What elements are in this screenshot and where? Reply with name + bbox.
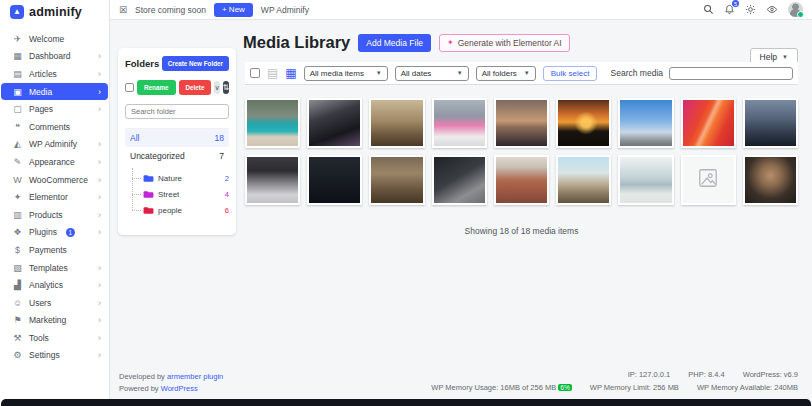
sky-city-photo[interactable] (618, 98, 673, 148)
sidebar-item-plugins[interactable]: ❖Plugins1› (1, 224, 108, 242)
folder-item-all[interactable]: All 18 (125, 129, 229, 147)
add-media-file-button[interactable]: Add Media File (358, 34, 431, 52)
sidebar-item-analytics[interactable]: ▟Analytics› (1, 276, 108, 294)
sidebar-item-comments[interactable]: ❝Comments (1, 118, 108, 136)
generate-ai-label: Generate with Elementor AI (458, 38, 562, 48)
portrait-photo[interactable] (743, 155, 798, 205)
preview-eye-icon[interactable] (766, 4, 778, 15)
sidebar-item-dashboard[interactable]: ▦Dashboard› (1, 48, 108, 66)
rooftops-aerial-photo[interactable] (494, 155, 549, 205)
pale-mountain-photo[interactable] (618, 155, 673, 205)
sidebar-item-wp-adminify[interactable]: ◭WP Adminify› (1, 136, 108, 154)
pink-jacket-photo[interactable] (432, 98, 487, 148)
chevron-right-icon: › (98, 280, 101, 290)
adminify-logo[interactable]: ▲ adminify (0, 0, 109, 24)
rename-button[interactable]: Rename (137, 80, 176, 95)
store-status-link[interactable]: Store coming soon (135, 5, 206, 15)
footer-system-stats: IP: 127.0.0.1 PHP: 8.4.4 WordPress: v6.9… (415, 369, 798, 395)
sidebar-item-marketing[interactable]: ⚑Marketing› (1, 312, 108, 330)
dark-mode-toggle-icon[interactable] (745, 4, 756, 15)
folder-item-nature[interactable]: Nature2 (143, 170, 229, 186)
sidebar-item-products[interactable]: ▥Products› (1, 206, 108, 224)
sidebar-item-label: Tools (29, 333, 49, 343)
sidebar-item-templates[interactable]: ▧Templates› (1, 259, 108, 277)
sidebar-item-payments[interactable]: $Payments (1, 241, 108, 259)
sidebar-item-articles[interactable]: ▤Articles› (1, 65, 108, 83)
new-button[interactable]: + New (214, 3, 253, 17)
showing-count-text: Showing 18 of 18 media items (245, 226, 798, 236)
chevron-right-icon: › (98, 315, 101, 325)
search-folder-input[interactable] (125, 104, 229, 119)
brand-name: adminify (29, 5, 82, 19)
folder-expand-button[interactable]: ∨ (214, 81, 219, 94)
select-all-checkbox[interactable] (250, 68, 260, 78)
sidebar-item-label: Comments (29, 122, 70, 132)
sidebar-item-tools[interactable]: ⚒Tools› (1, 329, 108, 347)
user-avatar[interactable] (788, 2, 803, 17)
help-label: Help (760, 52, 777, 62)
sidebar-item-label: Welcome (29, 34, 64, 44)
search-icon[interactable] (703, 4, 714, 15)
sidebar-item-appearance[interactable]: ✎Appearance› (1, 153, 108, 171)
beach-lake-photo[interactable] (245, 98, 300, 148)
folder-item-uncategorized[interactable]: Uncategorized 7 (125, 147, 229, 165)
sidebar-item-label: Payments (29, 245, 67, 255)
chevron-right-icon: › (98, 157, 101, 167)
dog-walk-photo[interactable] (369, 98, 424, 148)
image-placeholder[interactable] (681, 155, 736, 205)
folder-count: 6 (225, 206, 229, 215)
chevron-right-icon: › (98, 175, 101, 185)
topbar-actions: 5 (703, 2, 803, 17)
search-media-group: Search media (611, 67, 793, 80)
sidebar-item-woocommerce[interactable]: WWooCommerce› (1, 171, 108, 189)
grid-view-icon[interactable]: ▦ (285, 67, 296, 79)
developer-link[interactable]: armember plugin (167, 372, 223, 381)
sidebar-item-media[interactable]: ▣Media› (1, 83, 108, 101)
sidebar-item-label: WP Adminify (29, 139, 77, 149)
sidebar-item-users[interactable]: ☺Users› (1, 294, 108, 312)
sidebar-item-label: Settings (29, 350, 60, 360)
night-street-photo[interactable] (307, 155, 362, 205)
notifications-button[interactable]: 5 (724, 4, 735, 15)
create-new-folder-button[interactable]: Create New Folder (162, 56, 229, 71)
generate-elementor-ai-button[interactable]: ✦ Generate with Elementor AI (439, 34, 570, 52)
folders-checkbox[interactable] (125, 83, 134, 92)
php-stat: PHP: 8.4.4 (688, 370, 724, 379)
folder-filter-select[interactable]: All folders ▼ (476, 66, 536, 81)
date-filter-select[interactable]: All dates ▼ (395, 66, 469, 81)
delete-button[interactable]: Delete (179, 80, 212, 95)
store-status-icon: ☒ (119, 5, 127, 15)
site-name-link[interactable]: WP Adminify (261, 5, 309, 15)
search-media-input[interactable] (669, 67, 793, 80)
chevron-down-icon: ∨ (214, 84, 219, 92)
wordpress-link[interactable]: WordPress (161, 384, 198, 393)
folder-item-street[interactable]: Street4 (143, 186, 229, 202)
sidebar-item-label: Appearance (29, 157, 75, 167)
red-abstract-photo[interactable] (681, 98, 736, 148)
alley-photo[interactable] (369, 155, 424, 205)
dusk-horizon-photo[interactable] (494, 98, 549, 148)
powered-by-text: Powered by (119, 384, 159, 393)
sidebar-item-label: Templates (29, 263, 68, 273)
street-dusk-photo[interactable] (743, 98, 798, 148)
settings-icon: ⚙ (12, 350, 23, 360)
folder-sort-button[interactable]: ⇅ (223, 81, 230, 94)
folder-count: 2 (225, 174, 229, 183)
bridge-snow-photo[interactable] (245, 155, 300, 205)
sidebar-item-settings[interactable]: ⚙Settings› (1, 347, 108, 365)
van-night-photo[interactable] (432, 155, 487, 205)
sidebar: ▲ adminify ✈Welcome▦Dashboard›▤Articles›… (0, 0, 110, 406)
sidebar-item-pages[interactable]: ▢Pages› (1, 100, 108, 118)
app-window: ▲ adminify ✈Welcome▦Dashboard›▤Articles›… (0, 0, 812, 406)
list-view-icon[interactable]: ▤ (267, 67, 278, 79)
sidebar-item-welcome[interactable]: ✈Welcome (1, 30, 108, 48)
folder-item-people[interactable]: people6 (143, 202, 229, 218)
media-type-select[interactable]: All media items ▼ (304, 66, 388, 81)
bulk-select-button[interactable]: Bulk select (543, 66, 598, 81)
sunset-photo[interactable] (556, 98, 611, 148)
memory-available-stat: WP Memory Available: 240MB (697, 383, 798, 392)
group-people-photo[interactable] (307, 98, 362, 148)
mountain-street-photo[interactable] (556, 155, 611, 205)
media-grid (245, 98, 798, 205)
sidebar-item-elementor[interactable]: ✦Elementor› (1, 188, 108, 206)
